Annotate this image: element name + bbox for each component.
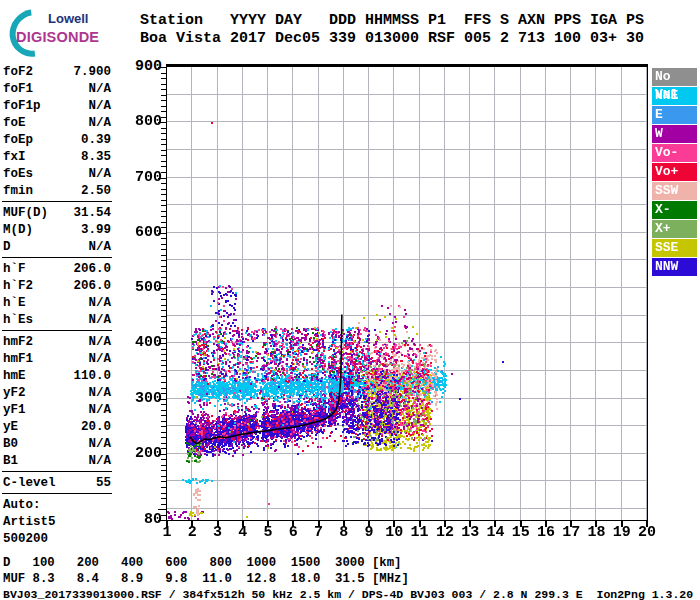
y-axis-tick bbox=[161, 133, 166, 134]
param-row-hmF1: hmF1N/A bbox=[3, 350, 111, 367]
y-axis-tick bbox=[161, 111, 166, 112]
param-label: MUF(D) bbox=[3, 206, 48, 220]
y-axis-tick bbox=[161, 310, 166, 311]
y-axis-tick bbox=[161, 183, 166, 184]
y-axis-tick bbox=[161, 443, 166, 444]
y-axis-tick bbox=[161, 360, 166, 361]
param-label: h`E bbox=[3, 296, 26, 310]
y-axis-tick bbox=[161, 216, 166, 217]
param-label: h`Es bbox=[3, 313, 33, 327]
y-axis-tick bbox=[161, 100, 166, 101]
y-axis-tick bbox=[161, 89, 166, 90]
y-axis-tick bbox=[161, 222, 166, 223]
y-axis-tick bbox=[161, 244, 166, 245]
y-axis-tick bbox=[161, 476, 166, 477]
param-label: foEp bbox=[3, 133, 33, 147]
y-axis-tick bbox=[161, 415, 166, 416]
y-axis-tick bbox=[161, 487, 166, 488]
panel-divider bbox=[2, 257, 112, 258]
parameter-panel: foF27.900foF1N/AfoF1pN/AfoEN/AfoEp0.39fx… bbox=[3, 63, 111, 547]
param-label: h`F bbox=[3, 262, 26, 276]
param-row-hF2: h`F2206.0 bbox=[3, 277, 111, 294]
legend-item-SSW: SSW bbox=[652, 182, 697, 200]
y-axis-tick bbox=[161, 382, 166, 383]
autoscaler-line-0: Auto: bbox=[3, 496, 111, 513]
header-station-values: Boa Vista 2017 Dec05 339 013000 RSF 005 … bbox=[140, 30, 644, 48]
y-axis-tick bbox=[161, 150, 166, 151]
y-axis-tick bbox=[161, 238, 166, 239]
panel-divider bbox=[2, 330, 112, 331]
param-value: 8.35 bbox=[81, 150, 111, 164]
y-axis-tick bbox=[161, 194, 166, 195]
param-label: yE bbox=[3, 420, 18, 434]
param-row-B1: B1N/A bbox=[3, 452, 111, 469]
param-row-foF1: foF1N/A bbox=[3, 80, 111, 97]
status-bar: BVJ03_2017339013000.RSF / 384fx512h 50 k… bbox=[3, 588, 693, 600]
param-label: C-level bbox=[3, 476, 56, 490]
y-axis-tick bbox=[161, 172, 166, 173]
param-row-yF1: yF1N/A bbox=[3, 401, 111, 418]
muf-row: MUF 8.3 8.4 8.9 9.8 11.0 12.8 18.0 31.5 … bbox=[3, 572, 409, 586]
param-row-foF2: foF27.900 bbox=[3, 63, 111, 80]
y-axis-tick bbox=[161, 211, 166, 212]
y-axis-tick bbox=[161, 95, 166, 96]
y-axis-tick bbox=[161, 73, 166, 74]
panel-divider bbox=[2, 201, 112, 202]
y-axis-tick bbox=[161, 161, 166, 162]
y-axis-tick bbox=[158, 288, 166, 289]
param-value: N/A bbox=[88, 454, 111, 468]
param-row-hmE: hmE110.0 bbox=[3, 367, 111, 384]
panel-divider bbox=[2, 493, 112, 494]
y-axis-label-200: 200 bbox=[128, 446, 162, 462]
y-axis-tick bbox=[161, 166, 166, 167]
y-axis-label-800: 800 bbox=[128, 114, 162, 130]
y-axis-tick bbox=[161, 227, 166, 228]
ionogram-scatter-canvas bbox=[167, 67, 647, 520]
y-axis-tick bbox=[161, 84, 166, 85]
y-axis-tick bbox=[161, 404, 166, 405]
y-axis-tick bbox=[161, 515, 166, 516]
y-axis-label-300: 300 bbox=[128, 391, 162, 407]
y-axis-tick bbox=[161, 205, 166, 206]
lowell-digisonde-logo: Lowell DIGISONDE bbox=[6, 6, 136, 52]
param-row-yF2: yF2N/A bbox=[3, 384, 111, 401]
param-value: N/A bbox=[88, 437, 111, 451]
d-distance-row: D 100 200 400 600 800 1000 1500 3000 [km… bbox=[3, 556, 401, 570]
y-axis-tick bbox=[161, 376, 166, 377]
y-axis-tick bbox=[161, 481, 166, 482]
logo-lowell-text: Lowell bbox=[48, 11, 88, 26]
y-axis-tick bbox=[161, 155, 166, 156]
param-label: fxI bbox=[3, 150, 26, 164]
y-axis-tick bbox=[161, 388, 166, 389]
param-label: foF2 bbox=[3, 65, 33, 79]
param-label: B1 bbox=[3, 454, 18, 468]
legend-item-SSE: SSE bbox=[652, 239, 697, 257]
y-axis-tick bbox=[161, 393, 166, 394]
param-label: hmE bbox=[3, 369, 26, 383]
y-axis-tick bbox=[161, 106, 166, 107]
y-axis-tick bbox=[158, 122, 166, 123]
param-value: N/A bbox=[88, 116, 111, 130]
panel-divider bbox=[2, 471, 112, 472]
param-value: N/A bbox=[88, 99, 111, 113]
y-axis-tick bbox=[161, 437, 166, 438]
y-axis-tick bbox=[158, 67, 166, 68]
param-label: yF2 bbox=[3, 386, 26, 400]
y-axis-tick bbox=[158, 399, 166, 400]
param-row-D: DN/A bbox=[3, 238, 111, 255]
y-axis-tick bbox=[161, 299, 166, 300]
param-value: 7.900 bbox=[73, 65, 111, 79]
y-axis-tick bbox=[161, 249, 166, 250]
y-axis-tick bbox=[161, 365, 166, 366]
param-value: N/A bbox=[88, 352, 111, 366]
y-axis-tick bbox=[161, 117, 166, 118]
param-row-hF: h`F206.0 bbox=[3, 260, 111, 277]
y-axis-tick bbox=[161, 371, 166, 372]
y-axis-tick bbox=[161, 277, 166, 278]
y-axis-tick bbox=[161, 448, 166, 449]
param-row-hEs: h`EsN/A bbox=[3, 311, 111, 328]
param-value: N/A bbox=[88, 167, 111, 181]
param-value: 3.99 bbox=[81, 223, 111, 237]
legend-item-E: E bbox=[652, 106, 697, 124]
param-row-Clevel: C-level55 bbox=[3, 474, 111, 491]
